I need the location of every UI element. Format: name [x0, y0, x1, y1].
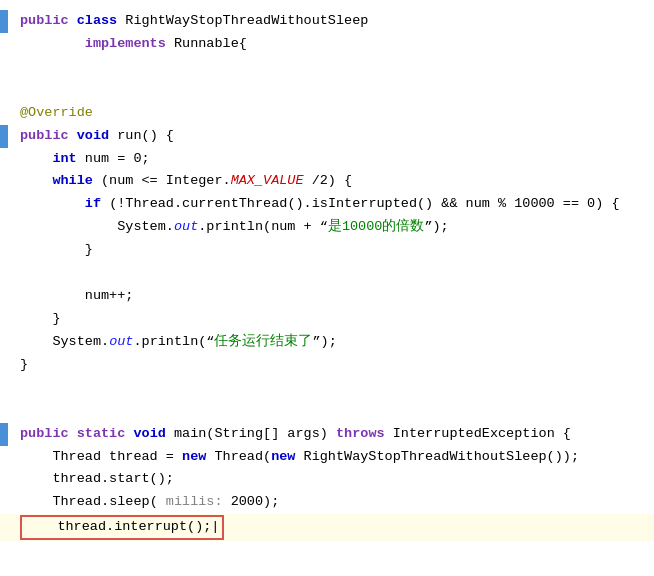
- code-line: System.out.println(“任务运行结束了”);: [0, 331, 654, 354]
- line-content: if (!Thread.currentThread().isInterrupte…: [16, 193, 654, 216]
- token: RightWayStopThreadWithoutSleep: [125, 13, 368, 28]
- line-gutter: [0, 10, 8, 33]
- code-line: if (!Thread.currentThread().isInterrupte…: [0, 193, 654, 216]
- token: }: [20, 311, 61, 326]
- code-line: thread.interrupt();|: [0, 514, 654, 541]
- line-gutter: [0, 564, 8, 576]
- token: ”);: [312, 334, 336, 349]
- line-gutter: [0, 423, 8, 446]
- line-gutter: [0, 285, 8, 308]
- line-content: [16, 56, 654, 79]
- token: ();: [187, 519, 211, 534]
- code-line: implements Runnable{: [0, 33, 654, 56]
- token: [20, 173, 52, 188]
- line-content: implements Runnable{: [16, 33, 654, 56]
- line-content: public void run() {: [16, 125, 654, 148]
- line-gutter: [0, 354, 8, 377]
- code-viewer: public class RightWayStopThreadWithoutSl…: [0, 0, 654, 576]
- token: num = 0;: [85, 151, 150, 166]
- line-gutter: [0, 400, 8, 423]
- token: static: [77, 426, 134, 441]
- line-content: [16, 400, 654, 423]
- code-line: }: [0, 239, 654, 262]
- code-line: while (num <= Integer.MAX_VALUE /2) {: [0, 170, 654, 193]
- code-line: Thread thread = new Thread(new RightWayS…: [0, 446, 654, 469]
- code-line: public static void main(String[] args) t…: [0, 423, 654, 446]
- token: void: [133, 426, 174, 441]
- token: public: [20, 13, 77, 28]
- line-content: }: [16, 354, 654, 377]
- code-line: Thread.sleep( millis: 2000);: [0, 491, 654, 514]
- line-content: while (num <= Integer.MAX_VALUE /2) {: [16, 170, 654, 193]
- token: }: [20, 242, 93, 257]
- token: 2000);: [223, 494, 280, 509]
- code-line: [0, 400, 654, 423]
- line-gutter: [0, 446, 8, 469]
- line-content: thread.interrupt();|: [16, 514, 654, 541]
- token: 是10000的倍数: [328, 219, 425, 234]
- token: Thread thread =: [20, 449, 182, 464]
- token: ”);: [424, 219, 448, 234]
- code-line: public void run() {: [0, 125, 654, 148]
- token: new: [182, 449, 214, 464]
- highlight-box: thread.interrupt();|: [20, 515, 224, 540]
- token: new: [271, 449, 303, 464]
- line-content: [16, 79, 654, 102]
- line-gutter: [0, 468, 8, 491]
- line-gutter: [0, 193, 8, 216]
- token: num++;: [20, 288, 133, 303]
- token: if: [85, 196, 109, 211]
- token: /2) {: [304, 173, 353, 188]
- line-gutter: [0, 125, 8, 148]
- code-line: }: [0, 308, 654, 331]
- line-content: [16, 377, 654, 400]
- code-line: [0, 377, 654, 400]
- token: thread.: [25, 519, 114, 534]
- token: public: [20, 128, 77, 143]
- token: .println(num + “: [198, 219, 328, 234]
- token: (: [150, 494, 166, 509]
- line-content: num++;: [16, 285, 654, 308]
- token: out: [109, 334, 133, 349]
- code-line: thread.start();: [0, 468, 654, 491]
- token: @Override: [20, 105, 93, 120]
- line-gutter: [0, 56, 8, 79]
- line-content: }: [16, 308, 654, 331]
- token: 任务运行结束了: [214, 334, 312, 349]
- line-content: int num = 0;: [16, 148, 654, 171]
- line-gutter: [0, 491, 8, 514]
- line-content: Thread.sleep( millis: 2000);: [16, 491, 654, 514]
- token: Thread(: [214, 449, 271, 464]
- token: int: [52, 151, 84, 166]
- line-gutter: [0, 331, 8, 354]
- token: MAX_VALUE: [231, 173, 304, 188]
- code-line: System.out.println(num + “是10000的倍数”);: [0, 216, 654, 239]
- line-content: public class RightWayStopThreadWithoutSl…: [16, 10, 654, 33]
- line-gutter: [0, 262, 8, 285]
- code-line: [0, 564, 654, 576]
- line-gutter: [0, 79, 8, 102]
- token: interrupt: [114, 519, 187, 534]
- line-gutter: [0, 148, 8, 171]
- line-content: @Override: [16, 102, 654, 125]
- line-gutter: [0, 216, 8, 239]
- token: [20, 196, 85, 211]
- token: throws: [336, 426, 393, 441]
- line-content: [16, 541, 654, 564]
- token: currentThread: [182, 196, 287, 211]
- line-content: thread.start();: [16, 468, 654, 491]
- token: thread.start();: [20, 471, 174, 486]
- token: implements: [85, 36, 174, 51]
- line-gutter: [0, 541, 8, 564]
- token: Thread.: [20, 494, 109, 509]
- code-line: [0, 56, 654, 79]
- token: (num <= Integer.: [101, 173, 231, 188]
- token: System.: [20, 219, 174, 234]
- token: public: [20, 426, 77, 441]
- token: millis:: [166, 494, 223, 509]
- line-content: }: [16, 239, 654, 262]
- token: class: [77, 13, 126, 28]
- token: Runnable{: [174, 36, 247, 51]
- line-gutter: [0, 102, 8, 125]
- code-line: int num = 0;: [0, 148, 654, 171]
